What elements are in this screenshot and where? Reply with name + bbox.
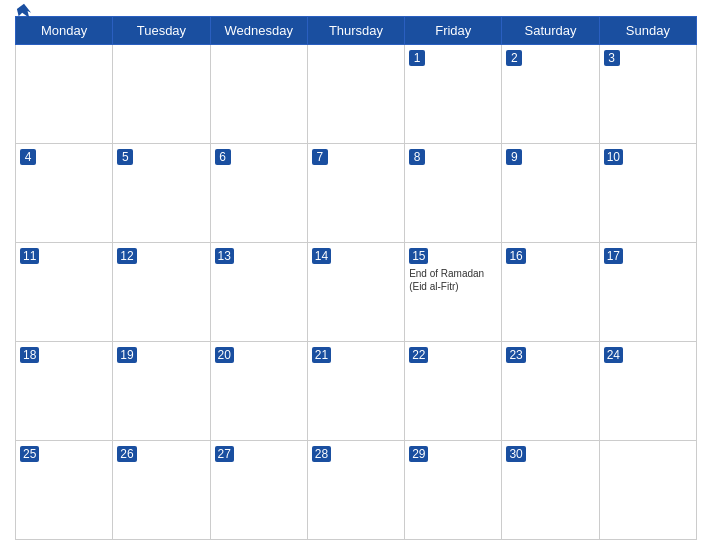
day-number: 3	[604, 50, 620, 66]
weekday-header: Saturday	[502, 17, 599, 45]
calendar-day-cell: 4	[16, 144, 113, 243]
day-number: 15	[409, 248, 428, 264]
calendar-day-cell: 15End of Ramadan (Eid al-Fitr)	[405, 243, 502, 342]
calendar-day-cell: 8	[405, 144, 502, 243]
day-number: 20	[215, 347, 234, 363]
calendar-day-cell: 20	[210, 342, 307, 441]
calendar-day-cell: 2	[502, 45, 599, 144]
day-number: 2	[506, 50, 522, 66]
calendar-day-cell: 3	[599, 45, 696, 144]
calendar-day-cell: 16	[502, 243, 599, 342]
calendar-week-row: 252627282930	[16, 441, 697, 540]
day-number: 16	[506, 248, 525, 264]
day-number: 10	[604, 149, 623, 165]
calendar-day-cell: 5	[113, 144, 210, 243]
calendar-day-cell: 26	[113, 441, 210, 540]
day-number: 29	[409, 446, 428, 462]
day-number: 7	[312, 149, 328, 165]
day-number: 8	[409, 149, 425, 165]
calendar-week-row: 45678910	[16, 144, 697, 243]
day-number: 25	[20, 446, 39, 462]
calendar-day-cell: 12	[113, 243, 210, 342]
day-number: 22	[409, 347, 428, 363]
calendar-day-cell: 10	[599, 144, 696, 243]
weekday-header: Friday	[405, 17, 502, 45]
calendar-day-cell: 6	[210, 144, 307, 243]
day-number: 5	[117, 149, 133, 165]
day-number: 6	[215, 149, 231, 165]
day-number: 19	[117, 347, 136, 363]
day-number: 1	[409, 50, 425, 66]
calendar-day-cell: 25	[16, 441, 113, 540]
calendar-day-cell: 19	[113, 342, 210, 441]
calendar-week-row: 18192021222324	[16, 342, 697, 441]
calendar-day-cell: 14	[307, 243, 404, 342]
weekday-header: Monday	[16, 17, 113, 45]
day-number: 18	[20, 347, 39, 363]
day-number: 11	[20, 248, 39, 264]
day-number: 12	[117, 248, 136, 264]
calendar-day-cell	[16, 45, 113, 144]
day-number: 26	[117, 446, 136, 462]
day-number: 30	[506, 446, 525, 462]
calendar-day-cell: 9	[502, 144, 599, 243]
calendar-day-cell: 28	[307, 441, 404, 540]
calendar-day-cell: 17	[599, 243, 696, 342]
calendar-day-cell	[113, 45, 210, 144]
weekday-header: Wednesday	[210, 17, 307, 45]
calendar-day-cell: 11	[16, 243, 113, 342]
day-number: 13	[215, 248, 234, 264]
calendar-day-cell	[599, 441, 696, 540]
calendar-day-cell: 27	[210, 441, 307, 540]
day-number: 9	[506, 149, 522, 165]
logo-bird-icon	[15, 2, 33, 18]
calendar-day-cell: 7	[307, 144, 404, 243]
calendar-day-cell: 18	[16, 342, 113, 441]
calendar-day-cell: 24	[599, 342, 696, 441]
day-number: 17	[604, 248, 623, 264]
logo-blue-text	[15, 2, 35, 18]
day-number: 28	[312, 446, 331, 462]
calendar-header-row: MondayTuesdayWednesdayThursdayFridaySatu…	[16, 17, 697, 45]
day-number: 14	[312, 248, 331, 264]
day-number: 24	[604, 347, 623, 363]
calendar-table: MondayTuesdayWednesdayThursdayFridaySatu…	[15, 16, 697, 540]
calendar-day-cell: 29	[405, 441, 502, 540]
svg-marker-0	[17, 4, 31, 18]
calendar-event: End of Ramadan (Eid al-Fitr)	[409, 267, 497, 293]
day-number: 27	[215, 446, 234, 462]
calendar-day-cell: 21	[307, 342, 404, 441]
calendar-day-cell: 30	[502, 441, 599, 540]
day-number: 4	[20, 149, 36, 165]
day-number: 21	[312, 347, 331, 363]
weekday-header: Tuesday	[113, 17, 210, 45]
logo	[15, 2, 35, 18]
weekday-header: Sunday	[599, 17, 696, 45]
calendar-week-row: 1112131415End of Ramadan (Eid al-Fitr)16…	[16, 243, 697, 342]
calendar-day-cell	[210, 45, 307, 144]
calendar-day-cell	[307, 45, 404, 144]
day-number: 23	[506, 347, 525, 363]
calendar-day-cell: 1	[405, 45, 502, 144]
calendar-day-cell: 13	[210, 243, 307, 342]
calendar-day-cell: 22	[405, 342, 502, 441]
weekday-header: Thursday	[307, 17, 404, 45]
calendar-day-cell: 23	[502, 342, 599, 441]
calendar-week-row: 123	[16, 45, 697, 144]
